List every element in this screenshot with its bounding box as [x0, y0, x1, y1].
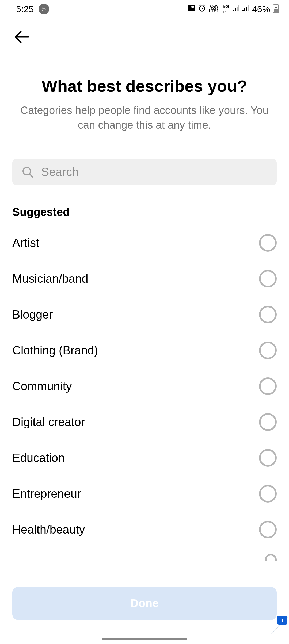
svg-line-5	[200, 5, 201, 6]
radio-icon	[259, 306, 277, 323]
battery-icon	[273, 4, 279, 15]
category-label: Health/beauty	[12, 523, 85, 536]
category-digital-creator[interactable]: Digital creator	[12, 404, 277, 440]
radio-icon	[259, 270, 277, 288]
status-time: 5:25	[16, 4, 34, 14]
card-icon	[187, 5, 195, 14]
alarm-icon	[198, 4, 206, 14]
svg-rect-14	[248, 5, 249, 11]
nav-handle[interactable]	[102, 638, 187, 640]
svg-rect-12	[244, 8, 245, 11]
category-partial[interactable]	[12, 547, 277, 561]
svg-rect-9	[237, 7, 238, 11]
radio-icon	[265, 554, 277, 561]
category-label: Musician/band	[12, 272, 88, 285]
svg-rect-10	[238, 5, 239, 11]
floating-upload-badge[interactable]	[277, 616, 287, 625]
category-education[interactable]: Education	[12, 440, 277, 476]
category-label: Digital creator	[12, 415, 85, 429]
notification-count-badge: 5	[39, 4, 49, 14]
search-input[interactable]	[41, 165, 267, 179]
svg-rect-13	[246, 7, 247, 11]
5g-icon: 5G↓↑	[222, 4, 230, 14]
radio-icon	[259, 413, 277, 431]
category-label: Artist	[12, 236, 39, 250]
arrow-left-icon	[13, 29, 29, 45]
svg-rect-17	[274, 9, 278, 12]
category-clothing-brand[interactable]: Clothing (Brand)	[12, 332, 277, 368]
search-box[interactable]	[12, 159, 277, 185]
page-subtitle: Categories help people find accounts lik…	[16, 103, 273, 132]
upload-icon	[280, 618, 284, 622]
category-label: Blogger	[12, 308, 53, 321]
radio-icon	[259, 521, 277, 538]
category-community[interactable]: Community	[12, 368, 277, 404]
svg-rect-7	[233, 10, 234, 11]
svg-line-6	[203, 5, 204, 6]
suggested-header: Suggested	[0, 185, 289, 225]
svg-rect-1	[191, 6, 194, 8]
category-label: Education	[12, 451, 65, 465]
suggested-list: Artist Musician/band Blogger Clothing (B…	[0, 225, 289, 561]
status-bar: 5:25 5 Vo))LTE1 5G↓↑ 46%	[0, 0, 289, 18]
signal-icon-1	[233, 5, 240, 13]
category-label: Clothing (Brand)	[12, 344, 98, 357]
radio-icon	[259, 485, 277, 503]
radio-icon	[259, 449, 277, 467]
svg-rect-11	[242, 10, 244, 11]
search-icon	[22, 166, 33, 178]
svg-line-20	[30, 174, 33, 177]
radio-icon	[259, 377, 277, 395]
category-label: Entrepreneur	[12, 487, 81, 500]
app-header	[0, 18, 289, 45]
svg-rect-0	[188, 5, 195, 11]
category-health-beauty[interactable]: Health/beauty	[12, 512, 277, 547]
category-entrepreneur[interactable]: Entrepreneur	[12, 476, 277, 512]
back-button[interactable]	[13, 29, 29, 45]
category-musician-band[interactable]: Musician/band	[12, 261, 277, 297]
signal-icon-2	[242, 5, 249, 13]
battery-percent: 46%	[252, 4, 270, 14]
volte-icon: Vo))LTE1	[209, 5, 219, 13]
radio-icon	[259, 342, 277, 359]
category-artist[interactable]: Artist	[12, 225, 277, 261]
done-button[interactable]: Done	[12, 587, 277, 620]
category-label: Community	[12, 379, 72, 393]
radio-icon	[259, 234, 277, 252]
footer: Done	[0, 576, 289, 644]
category-blogger[interactable]: Blogger	[12, 297, 277, 332]
svg-rect-8	[235, 8, 236, 11]
page-title: What best describes you?	[16, 76, 273, 95]
